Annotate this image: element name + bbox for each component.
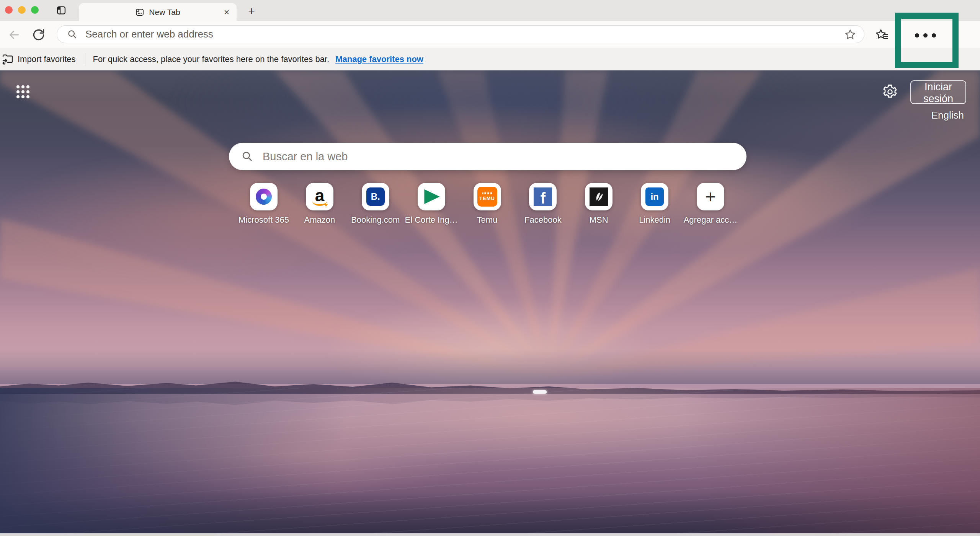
app-launcher-icon[interactable] [15,83,31,100]
add-favorite-star-icon[interactable] [844,28,856,41]
favorites-bar: Import favorites For quick access, place… [0,48,980,70]
tab-close-icon[interactable]: × [221,7,232,18]
facebook-icon: f [534,187,552,206]
language-selector[interactable]: English [931,109,964,121]
wallpaper-horizon-speck [533,390,547,394]
plus-icon: + [706,188,716,205]
navigation-toolbar [0,21,980,48]
shortcut-msn[interactable]: MSN [572,183,626,225]
quick-links-row: Microsoft 365 a Amazon B. Booking.com El… [237,183,737,225]
wallpaper-haze [0,350,980,384]
tab-strip: New Tab × + [0,0,980,21]
import-favorites-button[interactable]: Import favorites [2,53,76,65]
add-shortcut-button[interactable]: + Agregar acc… [684,183,737,225]
amazon-icon: a [311,187,328,207]
manage-favorites-link[interactable]: Manage favorites now [335,54,423,64]
shortcut-microsoft-365[interactable]: Microsoft 365 [237,183,291,225]
web-search-input[interactable] [263,150,741,163]
shortcut-el-corte-ingles[interactable]: El Corte Ing… [405,183,458,225]
page-settings-gear-icon[interactable] [882,83,899,100]
el-corte-ingles-icon [422,188,441,205]
close-window-button[interactable] [5,6,13,14]
tab-overview-icon[interactable] [55,4,67,16]
tab-new-tab[interactable]: New Tab × [79,3,237,21]
sign-in-button[interactable]: Iniciar sesión [910,80,966,104]
copilot-icon[interactable] [962,26,978,43]
new-tab-button[interactable]: + [245,5,258,18]
address-input[interactable] [85,28,844,40]
favorites-bar-divider [85,53,85,66]
browser-window: New Tab × + [0,0,980,536]
settings-and-more-icon[interactable] [913,30,938,40]
search-icon [67,29,78,40]
shortcut-amazon[interactable]: a Amazon [293,183,346,225]
tab-title: New Tab [149,8,180,17]
web-search-icon [241,150,253,163]
shortcut-linkedin[interactable]: in Linkedin [628,183,681,225]
booking-icon: B. [366,187,385,206]
microsoft-365-icon [256,189,272,205]
shortcut-temu[interactable]: TEMU Temu [461,183,514,225]
zoom-window-button[interactable] [31,6,39,14]
temu-icon: TEMU [477,187,497,207]
address-bar [57,25,864,43]
web-search-box [229,143,746,170]
wallpaper-sky [0,70,980,388]
favorites-bar-message: For quick access, place your favorites h… [93,54,330,64]
minimize-window-button[interactable] [18,6,26,14]
msn-butterfly-icon [590,187,608,206]
wallpaper-water [0,388,980,536]
import-favorites-label: Import favorites [18,54,76,64]
shortcut-facebook[interactable]: f Facebook [516,183,570,225]
back-icon[interactable] [8,28,21,42]
new-tab-page: Iniciar sesión English Microsoft 365 [0,70,980,536]
favorites-bar-icon[interactable] [875,28,890,42]
new-tab-page-icon [135,8,144,17]
bottom-edge-strip [0,533,980,536]
shortcut-booking[interactable]: B. Booking.com [349,183,402,225]
linkedin-icon: in [645,187,664,206]
reload-icon[interactable] [31,27,47,42]
import-favorites-icon [2,53,14,65]
